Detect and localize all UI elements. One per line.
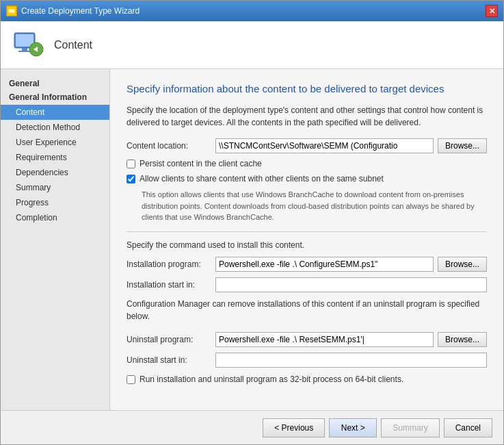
persist-content-label[interactable]: Persist content in the client cache xyxy=(140,159,262,168)
installation-program-input[interactable] xyxy=(215,257,434,272)
sidebar-item-content[interactable]: Content xyxy=(1,105,109,120)
summary-button[interactable]: Summary xyxy=(381,418,439,437)
sidebar-item-progress[interactable]: Progress xyxy=(1,195,109,210)
divider-1 xyxy=(127,231,487,232)
content-icon xyxy=(12,29,44,62)
installation-start-input[interactable] xyxy=(215,277,487,292)
persist-content-checkbox[interactable] xyxy=(127,160,135,168)
wizard-window: Create Deployment Type Wizard ✕ Content … xyxy=(0,0,504,445)
run32bit-label[interactable]: Run installation and uninstall program a… xyxy=(140,374,403,384)
sidebar-item-requirements[interactable]: Requirements xyxy=(1,150,109,165)
installation-start-row: Installation start in: xyxy=(127,277,487,292)
sidebar: General General Information Content Dete… xyxy=(1,69,110,410)
run32bit-checkbox[interactable] xyxy=(127,375,135,384)
main-description: Specify the location of the deployment t… xyxy=(127,104,487,129)
uninstall-program-label: Uninstall program: xyxy=(127,335,215,344)
header-bar: Content xyxy=(1,21,503,69)
uninstall-start-row: Uninstall start in: xyxy=(127,353,487,368)
cancel-button[interactable]: Cancel xyxy=(444,418,492,437)
previous-button[interactable]: < Previous xyxy=(263,418,325,437)
title-bar-left: Create Deployment Type Wizard xyxy=(6,5,140,16)
installation-program-label: Installation program: xyxy=(127,259,215,269)
run32bit-row: Run installation and uninstall program a… xyxy=(127,374,487,384)
main-content: Specify information about the content to… xyxy=(110,69,503,410)
sidebar-item-general-information[interactable]: General Information xyxy=(1,90,109,105)
uninstall-start-label: Uninstall start in: xyxy=(127,355,215,365)
close-button[interactable]: ✕ xyxy=(486,5,498,17)
sidebar-item-user-experience[interactable]: User Experience xyxy=(1,135,109,150)
branchcache-info: This option allows clients that use Wind… xyxy=(127,189,487,223)
svg-rect-5 xyxy=(18,51,31,52)
uninstall-program-browse-button[interactable]: Browse... xyxy=(438,332,487,347)
sidebar-section-general: General xyxy=(1,75,109,90)
main-title: Specify information about the content to… xyxy=(127,83,487,94)
installation-start-label: Installation start in: xyxy=(127,280,215,290)
header-title: Content xyxy=(54,39,92,51)
sidebar-item-summary[interactable]: Summary xyxy=(1,180,109,195)
allow-share-label[interactable]: Allow clients to share content with othe… xyxy=(140,174,384,183)
footer: < Previous Next > Summary Cancel xyxy=(1,410,503,444)
allow-share-checkbox[interactable] xyxy=(127,175,135,183)
body: General General Information Content Dete… xyxy=(1,69,503,410)
installation-program-browse-button[interactable]: Browse... xyxy=(438,257,487,272)
svg-rect-4 xyxy=(22,48,27,51)
installation-program-row: Installation program: Browse... xyxy=(127,257,487,272)
title-bar: Create Deployment Type Wizard ✕ xyxy=(1,1,503,21)
content-location-row: Content location: Browse... xyxy=(127,138,487,153)
content-location-label: Content location: xyxy=(127,141,215,151)
sidebar-item-detection-method[interactable]: Detection Method xyxy=(1,120,109,135)
uninstall-start-input[interactable] xyxy=(215,353,487,368)
uninstall-program-input[interactable] xyxy=(215,332,434,347)
remove-info: Configuration Manager can remove install… xyxy=(127,298,487,322)
install-section-desc: Specify the command used to install this… xyxy=(127,240,487,250)
next-button[interactable]: Next > xyxy=(329,418,377,437)
window-title: Create Deployment Type Wizard xyxy=(21,6,140,16)
sidebar-item-completion[interactable]: Completion xyxy=(1,210,109,225)
sidebar-item-dependencies[interactable]: Dependencies xyxy=(1,165,109,180)
svg-rect-1 xyxy=(9,9,15,12)
content-location-input[interactable] xyxy=(215,138,434,153)
content-location-browse-button[interactable]: Browse... xyxy=(438,138,487,153)
allow-share-row: Allow clients to share content with othe… xyxy=(127,174,487,183)
uninstall-program-row: Uninstall program: Browse... xyxy=(127,332,487,347)
persist-content-row: Persist content in the client cache xyxy=(127,159,487,168)
app-icon xyxy=(6,5,17,16)
